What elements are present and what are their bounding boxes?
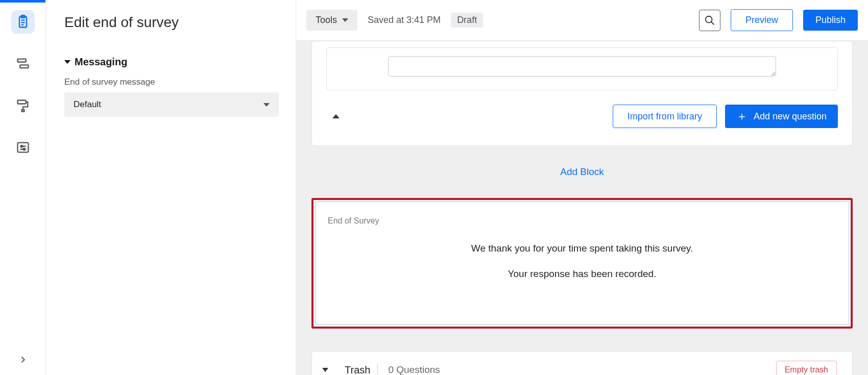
nav-builder[interactable]: [11, 10, 35, 34]
question-block: Import from library ＋ Add new question: [311, 41, 853, 146]
collapse-block[interactable]: [332, 114, 340, 118]
top-bar: Tools Saved at 3:41 PM Draft Preview Pub…: [296, 0, 868, 41]
svg-rect-9: [17, 143, 28, 153]
chevron-right-icon: [19, 356, 27, 364]
clipboard-icon: [16, 15, 30, 29]
nav-options[interactable]: [11, 136, 35, 159]
section-label: Messaging: [75, 56, 127, 68]
settings-panel: Edit end of survey Messaging End of surv…: [46, 0, 296, 375]
select-value: Default: [74, 99, 101, 110]
icon-rail: [0, 0, 46, 375]
text-entry-input[interactable]: [388, 56, 776, 77]
end-of-survey-block[interactable]: End of Survey We thank you for your time…: [311, 198, 853, 329]
canvas-body: Import from library ＋ Add new question A…: [296, 41, 868, 375]
preview-button[interactable]: Preview: [731, 9, 793, 31]
draft-badge: Draft: [451, 13, 483, 28]
search-button[interactable]: [699, 10, 720, 31]
nav-flow[interactable]: [11, 52, 35, 76]
eos-line2: Your response has been recorded.: [328, 268, 836, 280]
footer-buttons: Import from library ＋ Add new question: [613, 105, 838, 128]
app-root: Edit end of survey Messaging End of surv…: [0, 0, 868, 375]
chevron-down-icon: [263, 103, 270, 107]
empty-trash-button[interactable]: Empty trash: [776, 361, 837, 375]
panel-title: Edit end of survey: [64, 14, 277, 31]
trash-count: 0 Questions: [388, 364, 440, 375]
nav-theme[interactable]: [11, 94, 35, 117]
eos-label: End of Survey: [328, 216, 836, 226]
svg-rect-5: [17, 59, 26, 62]
svg-point-14: [706, 16, 712, 22]
question-body: [326, 47, 838, 90]
add-block-row: Add Block: [311, 166, 853, 178]
add-new-question-button[interactable]: ＋ Add new question: [725, 105, 838, 128]
svg-rect-6: [20, 65, 28, 68]
main-canvas: Tools Saved at 3:41 PM Draft Preview Pub…: [296, 0, 868, 375]
saved-status: Saved at 3:41 PM: [368, 15, 441, 26]
publish-button[interactable]: Publish: [803, 10, 858, 31]
add-block-link[interactable]: Add Block: [560, 166, 604, 177]
plus-icon: ＋: [736, 111, 748, 122]
expand-rail[interactable]: [19, 356, 27, 366]
eos-line1: We thank you for your time spent taking …: [328, 243, 836, 254]
svg-rect-8: [21, 110, 24, 112]
block-footer: Import from library ＋ Add new question: [326, 105, 838, 128]
field-label: End of survey message: [64, 77, 277, 87]
search-icon: [704, 15, 715, 26]
end-of-survey-inner: End of Survey We thank you for your time…: [315, 202, 849, 325]
svg-line-15: [711, 21, 714, 24]
chevron-down-icon: [342, 18, 348, 22]
section-messaging[interactable]: Messaging: [64, 56, 277, 68]
svg-rect-7: [17, 101, 26, 104]
eos-message-select[interactable]: Default: [64, 92, 279, 117]
tools-label: Tools: [316, 15, 337, 26]
trash-toggle[interactable]: [322, 368, 328, 372]
tools-menu[interactable]: Tools: [306, 10, 357, 31]
import-from-library-button[interactable]: Import from library: [613, 105, 717, 128]
add-question-label: Add new question: [754, 111, 827, 122]
paint-roller-icon: [16, 98, 30, 113]
sliders-icon: [16, 140, 30, 155]
flow-icon: [16, 57, 30, 71]
eos-message: We thank you for your time spent taking …: [328, 243, 836, 280]
trash-block: Trash 0 Questions Empty trash: [311, 351, 853, 375]
trash-title: Trash: [345, 364, 378, 376]
caret-down-icon: [64, 60, 70, 64]
